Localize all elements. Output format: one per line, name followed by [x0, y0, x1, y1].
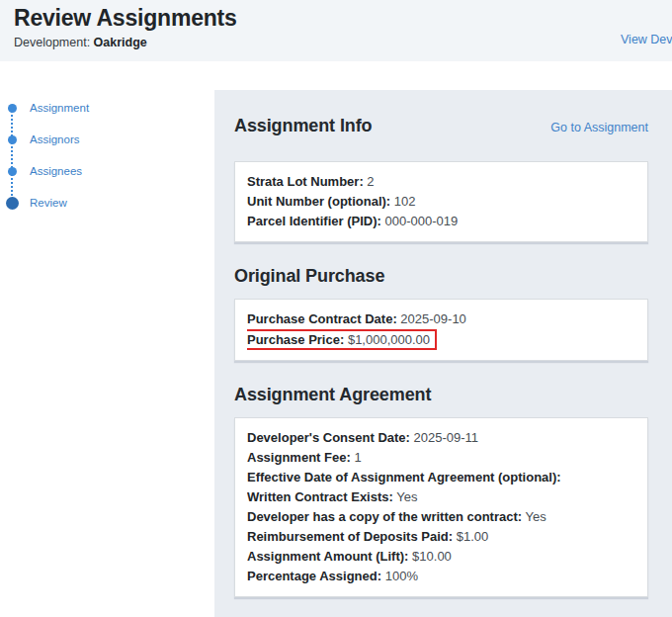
field-value: 102: [394, 194, 416, 209]
field-value: 1: [354, 450, 361, 465]
field-label: Purchase Contract Date:: [247, 311, 397, 326]
agreement-row-reimbursement: Reimbursement of Deposits Paid: $1.00: [247, 527, 635, 547]
field-value: Yes: [526, 509, 546, 524]
field-label: Unit Number (optional):: [247, 194, 390, 209]
step-label: Assignees: [30, 165, 82, 177]
assignment-agreement-card: Developer's Consent Date: 2025-09-11 Ass…: [234, 417, 648, 597]
step-dot-icon: [8, 167, 17, 176]
info-row-unit-number: Unit Number (optional): 102: [247, 192, 635, 212]
field-value: 100%: [385, 569, 418, 583]
step-label: Assignors: [30, 133, 80, 145]
development-value: Oakridge: [94, 36, 147, 49]
content-panel: Assignment Info Go to Assignment Strata …: [214, 90, 672, 617]
info-row-pid: Parcel Identifier (PID): 000-000-019: [247, 212, 635, 231]
field-value: 2025-09-11: [414, 430, 479, 445]
field-value: Yes: [396, 489, 417, 504]
field-label: Developer's Consent Date:: [247, 430, 410, 445]
purchase-row-price: Purchase Price: $1,000,000.00: [247, 329, 635, 350]
section-title-original-purchase: Original Purchase: [234, 266, 648, 287]
agreement-row-consent-date: Developer's Consent Date: 2025-09-11: [247, 428, 635, 448]
stepper-item-review[interactable]: Review: [0, 187, 214, 219]
purchase-price-highlight-box: Purchase Price: $1,000,000.00: [247, 329, 437, 350]
field-value: $1.00: [457, 529, 489, 544]
field-label: Strata Lot Number:: [247, 174, 364, 189]
page-title: Review Assignments: [0, 0, 672, 32]
field-value: $1,000,000.00: [348, 332, 430, 347]
agreement-row-percentage: Percentage Assigned: 100%: [247, 567, 635, 586]
stepper-item-assignment[interactable]: Assignment: [0, 92, 214, 124]
assignment-info-card: Strata Lot Number: 2 Unit Number (option…: [234, 161, 648, 242]
agreement-row-fee: Assignment Fee: 1: [247, 448, 635, 468]
page-header: Review Assignments Development: Oakridge…: [0, 0, 672, 61]
field-value: 000-000-019: [384, 214, 458, 228]
step-dot-icon: [8, 104, 17, 113]
field-label: Written Contract Exists:: [247, 489, 393, 504]
field-label: Percentage Assigned:: [247, 569, 381, 583]
go-to-assignment-link[interactable]: Go to Assignment: [550, 121, 648, 134]
field-value: 2: [367, 174, 374, 189]
field-value: 2025-09-10: [400, 311, 466, 326]
stepper-item-assignors[interactable]: Assignors: [0, 124, 214, 155]
field-label: Developer has a copy of the written cont…: [247, 509, 522, 524]
agreement-row-copy-of-contract: Developer has a copy of the written cont…: [247, 507, 635, 527]
section-title-assignment-agreement: Assignment Agreement: [234, 385, 648, 405]
purchase-row-contract-date: Purchase Contract Date: 2025-09-10: [247, 309, 635, 329]
development-line: Development: Oakridge: [14, 36, 147, 49]
assignment-info-header: Assignment Info Go to Assignment: [234, 116, 648, 136]
agreement-row-lift-amount: Assignment Amount (Lift): $10.00: [247, 547, 635, 567]
section-title-assignment-info: Assignment Info: [234, 116, 373, 136]
original-purchase-card: Purchase Contract Date: 2025-09-10 Purch…: [234, 299, 648, 361]
field-label: Purchase Price:: [247, 332, 344, 347]
stepper-item-assignees[interactable]: Assignees: [0, 155, 214, 187]
field-value: $10.00: [412, 549, 452, 564]
field-label: Parcel Identifier (PID):: [247, 214, 381, 228]
info-row-strata-lot: Strata Lot Number: 2: [247, 172, 635, 192]
field-label: Effective Date of Assignment Agreement (…: [247, 470, 561, 485]
step-dot-icon: [6, 197, 19, 210]
agreement-row-effective-date: Effective Date of Assignment Agreement (…: [247, 468, 635, 487]
development-label: Development:: [14, 36, 90, 49]
step-label: Review: [30, 197, 67, 209]
agreement-row-written-contract: Written Contract Exists: Yes: [247, 487, 635, 507]
step-label: Assignment: [30, 102, 89, 114]
field-label: Assignment Amount (Lift):: [247, 549, 408, 564]
field-label: Reimbursement of Deposits Paid:: [247, 529, 453, 544]
step-dot-icon: [8, 135, 17, 144]
field-label: Assignment Fee:: [247, 450, 351, 465]
view-development-link[interactable]: View Development: [621, 33, 672, 46]
stepper-nav: Assignment Assignors Assignees Review: [0, 92, 214, 219]
